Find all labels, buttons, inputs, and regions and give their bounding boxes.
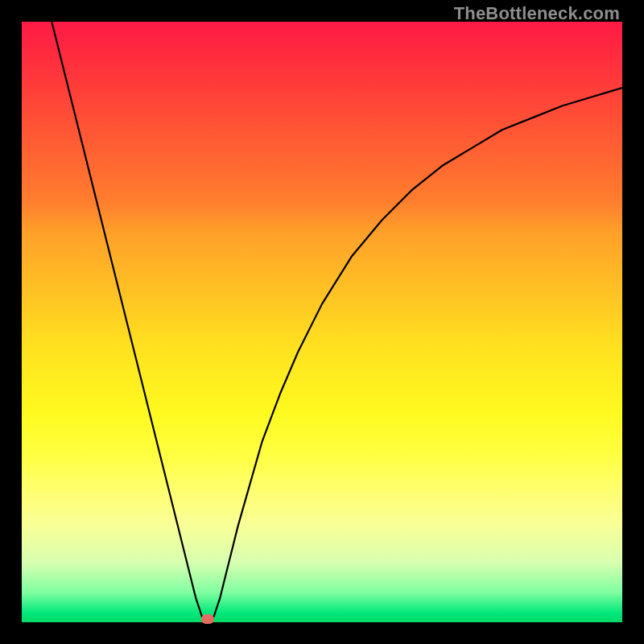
chart-container: TheBottleneck.com xyxy=(0,0,644,644)
plot-area xyxy=(22,22,622,622)
watermark-text: TheBottleneck.com xyxy=(454,3,620,24)
optimal-point-marker xyxy=(201,614,214,624)
